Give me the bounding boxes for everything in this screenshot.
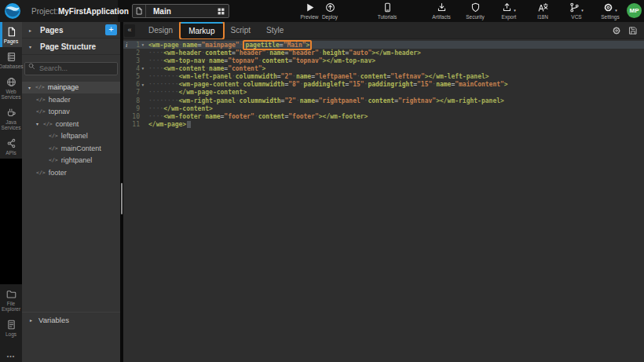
fold-arrow-icon[interactable]: ▾ (140, 42, 146, 47)
tree-item-header[interactable]: </>header (22, 93, 120, 106)
tree-item-leftpanel[interactable]: </>leftpanel (22, 130, 120, 143)
code-text: ········<wm-left-panel·columnwidth="2"·n… (148, 73, 489, 80)
fold-arrow-icon[interactable]: ▾ (140, 66, 146, 71)
gear-icon[interactable] (612, 26, 621, 35)
more-button[interactable]: ••• (0, 353, 22, 359)
chevron-down-icon[interactable]: ▾ (581, 8, 584, 13)
tab-design[interactable]: Design (141, 22, 181, 38)
line-number: 3 (130, 57, 140, 64)
code-line-1[interactable]: i1▾<wm-page·name="mainpage"·pagetitle="M… (123, 41, 644, 49)
sidebar-item-web-services[interactable]: Web Services (0, 72, 22, 103)
sidebar-item-file-explorer[interactable]: File Explorer (0, 284, 22, 315)
chevron-down-icon[interactable]: ▾ (514, 8, 516, 13)
artifacts-button[interactable]: Artifacts (427, 2, 456, 20)
expand-triangle-icon[interactable]: ▾ (29, 44, 34, 49)
info-marker-icon[interactable]: i (123, 42, 130, 49)
translate-icon (538, 2, 548, 13)
tutorials-label: Tutorials (378, 14, 397, 20)
markup-code-editor[interactable]: i1▾<wm-page·name="mainpage"·pagetitle="M… (123, 39, 644, 362)
add-page-button[interactable]: + (105, 24, 117, 35)
fold-arrow-icon[interactable]: ▾ (140, 82, 146, 87)
export-button[interactable]: ▾Export (495, 2, 523, 20)
tree-item-mainpage[interactable]: ▾</>mainpage (22, 82, 120, 94)
tutorials-button[interactable]: Tutorials (373, 2, 401, 20)
line-number: 9 (130, 105, 140, 112)
line-number: 4 (130, 65, 140, 72)
deploy-button[interactable]: Deploy (316, 2, 344, 20)
i18n-label: I18N (537, 14, 548, 20)
sidebar-item-apis[interactable]: APIs (0, 133, 22, 159)
collapse-panel-button[interactable]: « (124, 24, 135, 37)
grid-icon[interactable] (218, 8, 225, 15)
sidebar-item-java-services[interactable]: Java Services (0, 103, 22, 133)
chevron-down-icon[interactable]: ▾ (615, 8, 617, 13)
deploy-label: Deploy (322, 14, 338, 20)
wavemaker-logo-icon[interactable] (4, 2, 21, 20)
artifacts-label: Artifacts (432, 14, 450, 20)
security-button[interactable]: Security (461, 2, 489, 20)
panel-divider[interactable] (120, 22, 123, 362)
i18n-button[interactable]: I18N (529, 2, 557, 20)
tree-item-rightpanel[interactable]: </>rightpanel (22, 155, 120, 167)
code-icon: </> (49, 145, 58, 152)
tree-item-content[interactable]: ▾</>content (22, 118, 120, 130)
code-text: <wm-page·name="mainpage"·pagetitle="Main… (148, 42, 312, 49)
expand-triangle-icon[interactable]: ▾ (36, 121, 43, 126)
page-tab-main[interactable]: Main (132, 4, 229, 18)
pages-icon (6, 27, 16, 37)
tab-script[interactable]: Script (223, 22, 259, 38)
page-tab-label: Main (153, 7, 171, 16)
code-line-8[interactable]: 8········<wm-right-panel·columnwidth="2"… (123, 97, 644, 104)
code-icon: </> (49, 133, 58, 139)
code-line-5[interactable]: 5········<wm-left-panel·columnwidth="2"·… (123, 73, 644, 81)
tree-item-mainContent[interactable]: </>mainContent (22, 142, 120, 155)
search-input[interactable] (24, 62, 118, 75)
expand-triangle-icon[interactable]: ▾ (28, 85, 35, 90)
code-line-10[interactable]: 10····<wm-footer·name="footer"·content="… (123, 112, 644, 120)
code-line-4[interactable]: 4▾····<wm-content·name="content"> (123, 64, 644, 72)
tree-item-label: footer (49, 169, 67, 177)
database-icon (6, 52, 16, 62)
page-document-icon (133, 5, 146, 17)
page-structure-header[interactable]: ▾ Page Structure (22, 38, 120, 55)
tab-style[interactable]: Style (258, 22, 291, 38)
code-line-11[interactable]: 11</wm-page> (123, 120, 644, 128)
sidebar-item-pages[interactable]: Pages (0, 22, 22, 47)
code-text: ····<wm-footer·name="footer"·content="fo… (148, 113, 368, 120)
code-line-2[interactable]: 2····<wm-header·content="header"·name="h… (123, 49, 644, 57)
tree-item-label: content (56, 120, 79, 128)
code-line-7[interactable]: 7········</wm-page-content> (123, 89, 644, 97)
avatar[interactable]: MP (627, 3, 642, 18)
export-label: Export (502, 14, 517, 20)
code-text: ········</wm-page-content> (148, 89, 247, 96)
tab-markup[interactable]: Markup (181, 22, 222, 38)
code-text: ········<wm-page-content·columnwidth="8"… (148, 81, 508, 88)
web-services-label: Web Services (2, 89, 21, 100)
tree-item-footer[interactable]: </>footer (22, 166, 120, 179)
java-services-label: Java Services (2, 119, 21, 130)
settings-button[interactable]: ▾Settings (596, 2, 624, 20)
sidebar-item-databases[interactable]: Databases (0, 47, 22, 72)
code-line-9[interactable]: 9····</wm-content> (123, 104, 644, 112)
tree-item-topnav[interactable]: </>topnav (22, 106, 120, 119)
search-icon (28, 63, 35, 70)
code-icon: </> (36, 108, 46, 115)
vcs-label: VCS (571, 14, 581, 20)
download-icon (437, 2, 447, 13)
collapse-triangle-icon[interactable]: ▸ (29, 27, 34, 33)
code-text: ····<wm-top-nav·name="topnav"·content="t… (148, 57, 375, 64)
pages-panel-title: Pages (40, 26, 63, 35)
collapse-triangle-icon[interactable]: ▸ (30, 317, 32, 323)
code-line-6[interactable]: 6▾········<wm-page-content·columnwidth="… (123, 81, 644, 89)
code-icon: </> (49, 157, 58, 163)
sidebar-item-logs[interactable]: Logs (0, 315, 22, 340)
vcs-button[interactable]: ▾VCS (562, 2, 591, 20)
shield-icon (470, 2, 481, 13)
panel-scrollbar-thumb[interactable] (121, 183, 123, 214)
branch-icon (569, 2, 580, 13)
pages-label: Pages (4, 38, 18, 44)
variables-section[interactable]: ▸ Variables (22, 312, 120, 327)
save-icon[interactable] (628, 26, 638, 35)
code-line-3[interactable]: 3····<wm-top-nav·name="topnav"·content="… (123, 57, 644, 64)
pages-panel-header[interactable]: ▸ Pages + (22, 22, 120, 38)
